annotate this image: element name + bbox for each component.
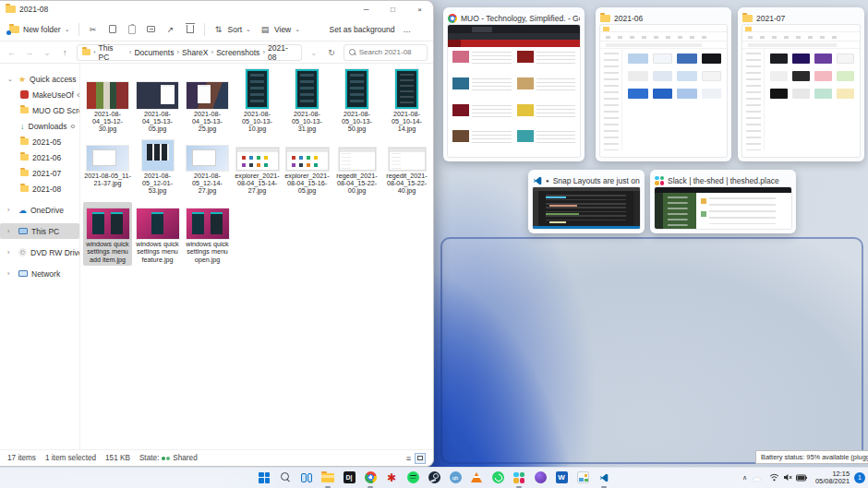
sidebar-item-2021-06[interactable]: 2021-06 — [0, 149, 79, 165]
snap-window-vscode[interactable]: ● Snap Layouts are just one of... — [528, 170, 645, 233]
file-tile[interactable]: 2021-08-04_15-12-30.jpg — [83, 65, 132, 136]
taskbar-qbittorrent[interactable]: qb — [448, 470, 463, 485]
taskbar-red-star-app[interactable]: ✱ — [384, 470, 399, 485]
file-tile[interactable]: explorer_2021-08-04_15-16-05.jpg — [283, 141, 332, 197]
taskbar-chrome[interactable] — [363, 470, 378, 485]
sidebar-item-network[interactable]: › Network — [0, 266, 79, 281]
status-bar: 17 items 1 item selected 151 KB State: S… — [0, 449, 433, 466]
file-tile[interactable]: 2021-08-05_11-21-37.jpg — [83, 141, 132, 197]
sidebar-item-quick-access[interactable]: ⌄ ★ Quick access — [0, 71, 79, 87]
taskbar-word[interactable]: W — [554, 470, 569, 485]
delete-button[interactable] — [185, 24, 196, 35]
snap-window-explorer-2021-07[interactable]: 2021-07 — [738, 7, 864, 161]
snap-assist-empty-zone[interactable] — [440, 237, 863, 464]
taskbar-search-button[interactable] — [278, 470, 293, 485]
sort-button[interactable]: ⇅ Sort ⌄ — [213, 24, 251, 35]
file-tile[interactable]: windows quick settings menu feature.jpg — [133, 202, 182, 266]
more-options-button[interactable]: … — [404, 25, 412, 34]
cut-button[interactable]: ✂ — [88, 24, 99, 35]
notification-badge[interactable]: 1 — [854, 472, 865, 483]
file-thumbnail — [87, 208, 129, 239]
file-thumbnail — [137, 82, 178, 109]
recent-locations-button[interactable]: ⌄ — [41, 48, 53, 57]
large-icons-view-toggle[interactable] — [415, 453, 426, 464]
sidebar-item-downloads[interactable]: ↓ Downloads — [0, 118, 79, 134]
details-view-toggle[interactable]: ≡ — [406, 454, 411, 463]
sidebar-item-onedrive[interactable]: › ☁ OneDrive — [0, 202, 79, 218]
paste-button[interactable] — [127, 24, 138, 35]
taskbar-photos-app[interactable] — [575, 470, 590, 485]
breadcrumb-sharex[interactable]: ShareX — [182, 48, 208, 57]
snap-window-chrome-muo[interactable]: MUO - Technology, Simplified. - Goog... — [443, 7, 585, 161]
forward-button[interactable]: → — [23, 48, 35, 57]
file-thumbnail — [389, 148, 426, 171]
file-tile[interactable]: 2021-08-05_10-14-14.jpg — [382, 65, 431, 136]
taskbar-slack[interactable] — [512, 470, 526, 485]
taskbar-spotify[interactable] — [405, 470, 420, 485]
word-icon: W — [556, 471, 568, 483]
tray-overflow-button[interactable]: ∧ — [742, 474, 747, 482]
taskbar-di-app[interactable]: D| — [342, 470, 356, 485]
file-tile[interactable]: windows quick settings menu open.jpg — [183, 202, 232, 266]
back-button[interactable]: ← — [6, 48, 18, 57]
network-icon — [18, 270, 28, 277]
breadcrumb-this-pc[interactable]: This PC — [99, 43, 127, 62]
taskbar-vscode[interactable] — [597, 470, 611, 485]
file-tile[interactable]: 2021-08-05_12-01-53.jpg — [133, 141, 182, 197]
search-input[interactable] — [359, 48, 422, 56]
snap-window-slack[interactable]: Slack | the-shed | theshed.place — [650, 170, 796, 233]
file-tile[interactable]: 2021-08-05_10-13-50.jpg — [332, 65, 381, 136]
file-tile[interactable]: 2021-08-05_12-14-27.jpg — [183, 141, 232, 197]
snap-window-explorer-2021-06[interactable]: 2021-06 — [596, 7, 731, 161]
close-button[interactable]: × — [406, 1, 433, 18]
up-button[interactable]: ↑ — [59, 48, 71, 57]
quick-settings-button[interactable] — [766, 471, 811, 483]
task-view-button[interactable] — [299, 470, 314, 485]
window-thumb-title: 2021-06 — [614, 14, 643, 23]
set-as-background-button[interactable]: Set as background — [330, 25, 395, 34]
view-button[interactable]: ▤ View ⌄ — [259, 24, 300, 35]
taskbar-steam[interactable] — [427, 470, 441, 485]
file-tile[interactable]: 2021-08-04_15-13-25.jpg — [183, 65, 232, 136]
file-tile[interactable]: regedit_2021-08-04_15-22-40.jpg — [382, 141, 431, 197]
file-tile[interactable]: regedit_2021-08-04_15-22-00.jpg — [332, 141, 381, 197]
file-tile[interactable]: 2021-08-05_10-13-31.jpg — [283, 65, 332, 136]
address-bar: ← → ⌄ ↑ › This PC › Documents › ShareX ›… — [0, 42, 433, 64]
address-dropdown-button[interactable]: ⌄ — [307, 48, 319, 57]
breadcrumb-screenshots[interactable]: Screenshots — [216, 48, 259, 57]
clock[interactable]: 12:15 05/08/2021 — [815, 470, 850, 485]
onedrive-tray-icon[interactable]: ☁ — [752, 472, 761, 482]
start-button[interactable] — [257, 470, 271, 485]
copy-button[interactable] — [107, 24, 118, 35]
file-thumbnail — [142, 140, 174, 171]
file-thumbnail — [395, 69, 418, 109]
sidebar-item-2021-08[interactable]: 2021-08 — [0, 181, 79, 196]
sidebar-item-muo-gd-screen[interactable]: MUO GD Scree — [0, 102, 79, 118]
makeuseof-icon — [20, 90, 29, 99]
minimize-button[interactable]: ─ — [353, 1, 380, 18]
sidebar-item-dvd-drive[interactable]: › DVD RW Drive (D:) A — [0, 244, 79, 260]
sidebar-item-2021-07[interactable]: 2021-07 — [0, 165, 79, 181]
file-tile[interactable]: 2021-08-04_15-13-05.jpg — [133, 65, 182, 136]
taskbar-file-explorer[interactable] — [320, 470, 335, 485]
breadcrumb-current[interactable]: 2021-08 — [268, 43, 296, 62]
taskbar-purple-app[interactable] — [533, 470, 548, 485]
sidebar-item-makeuseof[interactable]: MakeUseOf — [0, 87, 79, 102]
sidebar-item-2021-05[interactable]: 2021-05 — [0, 134, 79, 149]
rename-button[interactable] — [146, 24, 157, 35]
taskbar-vlc[interactable] — [469, 470, 484, 485]
file-tile-selected[interactable]: windows quick settings menu add item.jpg — [83, 202, 132, 266]
breadcrumb-documents[interactable]: Documents — [134, 48, 174, 57]
taskbar-whatsapp[interactable] — [490, 470, 505, 485]
site-nav-bar — [448, 40, 580, 47]
refresh-button[interactable]: ↻ — [325, 48, 337, 57]
file-tile[interactable]: 2021-08-05_10-13-10.jpg — [233, 65, 282, 136]
new-folder-button[interactable]: New folder ⌄ — [9, 25, 70, 34]
dvd-disc-icon — [18, 248, 27, 256]
file-tile[interactable]: explorer_2021-08-04_15-14-27.jpg — [233, 141, 282, 197]
maximize-button[interactable]: □ — [380, 1, 406, 18]
sidebar-item-this-pc[interactable]: › This PC — [0, 223, 79, 239]
folder-icon — [20, 170, 29, 176]
breadcrumb[interactable]: › This PC › Documents › ShareX › Screens… — [77, 44, 302, 61]
share-button[interactable]: ↗ — [165, 24, 176, 35]
